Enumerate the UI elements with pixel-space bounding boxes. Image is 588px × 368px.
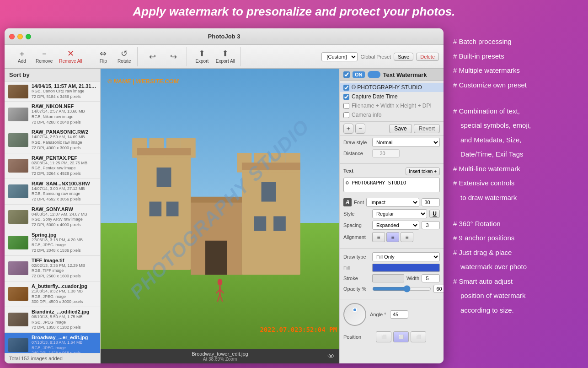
item-meta: 06/10/13, 5:50 AM, 1.75 MBRGB, JPEG imag…: [32, 314, 96, 330]
font-label: Font: [354, 200, 364, 205]
fill-label: Fill: [343, 265, 370, 271]
stroke-width-input[interactable]: [422, 274, 440, 282]
toolbar-group-flip-rotate: ⇔ Flip ↺ Rotate: [91, 47, 138, 66]
wm-master-checkbox[interactable]: [343, 71, 350, 78]
eye-icon[interactable]: 👁: [327, 352, 335, 361]
feature-11c: according to size.: [453, 304, 581, 316]
flip-button[interactable]: ⇔ Flip: [93, 47, 113, 66]
preset-save-button[interactable]: Save: [394, 53, 413, 61]
wm-item-checkbox[interactable]: [343, 85, 349, 91]
align-right-button[interactable]: ≡: [401, 232, 413, 242]
angle-input[interactable]: [390, 310, 408, 319]
font-select[interactable]: Impact Arial Helvetica: [366, 198, 419, 207]
close-button[interactable]: [9, 34, 15, 39]
wm-add-button[interactable]: ＋: [343, 124, 353, 134]
wm-item-label: © PHOTOGRAPHY STUDIO: [352, 84, 440, 91]
item-info: RAW_SONY.ARW 04/08/14, 12:07 AM, 24.87 M…: [32, 206, 96, 228]
export-all-label: Export All: [216, 59, 235, 64]
align-center-button[interactable]: ≡: [386, 232, 399, 242]
feature-9: # 9 anchor positions: [453, 232, 581, 244]
draw-type-section: Draw type Fill Only Stroke Only Fill + S…: [340, 250, 444, 297]
feature-5d: Date/Time, Exif Tags: [453, 148, 581, 160]
item-name: RAW_NIKON.NEF: [32, 103, 96, 109]
wm-save-button[interactable]: Save: [389, 124, 412, 133]
sidebar-footer: Total 153 images added: [5, 353, 100, 363]
wm-item[interactable]: © PHOTOGRAPHY STUDIO: [340, 83, 444, 92]
item-meta: 02/02/13, 3:35 PM, 12.29 MBRGB, TIFF ima…: [32, 263, 96, 279]
style-select[interactable]: Regular Bold Italic Bold Italic: [372, 209, 427, 218]
wm-item[interactable]: Capture Date Time: [340, 92, 444, 101]
castle-scene: PHOTOGRAPHY STUDIO © NAME | WEBSITE.COM …: [101, 69, 339, 349]
minimize-button[interactable]: [17, 34, 23, 39]
list-item[interactable]: RAW_PENTAX.PEF 02/08/14, 11:25 PM, 22.75…: [5, 153, 100, 179]
thumbnail: [8, 159, 28, 173]
draw-type-select[interactable]: Fill Only Stroke Only Fill + Stroke: [372, 252, 440, 261]
item-info: RAW_PENTAX.PEF 02/08/14, 11:25 PM, 22.75…: [32, 155, 96, 177]
list-item[interactable]: Spring.jpg 27/06/13, 3:18 PM, 4.20 MBRGB…: [5, 230, 100, 256]
preset-delete-button[interactable]: Delete: [416, 53, 439, 61]
item-name: RAW_PANASONIC.RW2: [32, 129, 96, 135]
draw-style-select[interactable]: Normal Expanded Condensed: [372, 138, 440, 147]
position-button-3[interactable]: ⬜: [411, 331, 426, 342]
preset-select[interactable]: [Custom]: [321, 52, 358, 61]
preview-filename: Broadway_tower_edit.jpg At 38.69% Zoom: [182, 351, 258, 362]
font-size-input[interactable]: [422, 198, 440, 206]
maximize-button[interactable]: [26, 34, 31, 39]
wm-item[interactable]: Camera info: [340, 110, 444, 119]
opacity-slider[interactable]: [372, 286, 431, 292]
wm-toggle-label: Text Watermark: [383, 71, 427, 78]
opacity-label: Opacity %: [343, 286, 370, 292]
wm-item[interactable]: Filename + Width x Height + DPI: [340, 101, 444, 110]
wm-item-checkbox[interactable]: [343, 103, 349, 109]
feature-10: # Just drag & place: [453, 247, 581, 259]
wm-item-label: Camera info: [352, 112, 440, 118]
wm-item-checkbox[interactable]: [343, 112, 349, 118]
list-item[interactable]: RAW_SAM...NX100.SRW 14/07/14, 3:00 AM, 2…: [5, 179, 100, 205]
thumbnail: [8, 261, 28, 275]
remove-all-button[interactable]: ✕ Remove All: [56, 47, 85, 66]
underline-button[interactable]: U: [429, 210, 440, 218]
align-left-button[interactable]: ≡: [372, 232, 385, 242]
fill-color-swatch[interactable]: [372, 264, 440, 272]
font-section: A Font Impact Arial Helvetica Style: [340, 196, 444, 246]
wm-item-checkbox[interactable]: [343, 94, 349, 100]
distance-input[interactable]: [372, 149, 400, 157]
list-item[interactable]: RAW_NIKON.NEF 14/07/14, 2:57 AM, 13.68 M…: [5, 102, 100, 127]
undo-button[interactable]: ↩: [143, 47, 163, 66]
export-all-button[interactable]: ⬆ Export All: [213, 47, 238, 66]
wm-remove-button[interactable]: －: [355, 124, 365, 134]
redo-button[interactable]: ↪: [164, 47, 184, 66]
text-label: Text: [343, 168, 353, 173]
list-item-selected[interactable]: Broadway_...er_edit.jpg 07/10/13, 8:18 A…: [5, 333, 100, 353]
svg-rect-20: [205, 241, 227, 275]
remove-button[interactable]: － Remove: [33, 47, 55, 66]
traffic-lights: [9, 34, 31, 39]
wm-item-label: Filename + Width x Height + DPI: [352, 103, 440, 109]
export-button[interactable]: ⬆ Export: [192, 47, 212, 66]
list-item[interactable]: TIFF Image.tif 02/02/13, 3:35 PM, 12.29 …: [5, 256, 100, 281]
text-area[interactable]: © PHOTOGRAPHY STUDIO: [343, 178, 440, 192]
sidebar-list[interactable]: 14/04/15, 11:57 AM, 21.31 MB RGB, Canon …: [5, 81, 100, 353]
position-button-2[interactable]: ⬜: [393, 331, 409, 342]
thumbnail: [8, 338, 28, 352]
spacing-select[interactable]: Normal Expanded Condensed: [372, 221, 419, 230]
insert-token-button[interactable]: Insert token +: [406, 168, 440, 175]
list-item[interactable]: RAW_SONY.ARW 04/08/14, 12:07 AM, 24.87 M…: [5, 205, 100, 230]
angle-dot: [353, 308, 357, 312]
list-item[interactable]: Biandintz_...odified2.jpg 06/10/13, 5:50…: [5, 307, 100, 333]
wm-revert-button[interactable]: Revert: [414, 124, 440, 133]
list-item[interactable]: 14/04/15, 11:57 AM, 21.31 MB RGB, Canon …: [5, 81, 100, 102]
preview-image[interactable]: PHOTOGRAPHY STUDIO © NAME | WEBSITE.COM …: [101, 69, 339, 349]
position-button-1[interactable]: ⬜: [376, 331, 391, 342]
list-item[interactable]: A_butterfly...cuador.jpg 21/08/14, 9:32 …: [5, 281, 100, 307]
rotate-button[interactable]: ↺ Rotate: [114, 47, 134, 66]
list-item[interactable]: RAW_PANASONIC.RW2 14/07/14, 2:59 AM, 14.…: [5, 127, 100, 153]
opacity-number[interactable]: [433, 285, 444, 293]
stroke-color-swatch[interactable]: [372, 274, 404, 282]
spacing-number-input[interactable]: [422, 221, 440, 229]
add-button[interactable]: ＋ Add: [12, 47, 32, 66]
position-label: Position: [343, 334, 370, 340]
svg-line-25: [218, 294, 220, 302]
angle-wheel[interactable]: [343, 303, 366, 326]
svg-rect-8: [166, 202, 179, 216]
